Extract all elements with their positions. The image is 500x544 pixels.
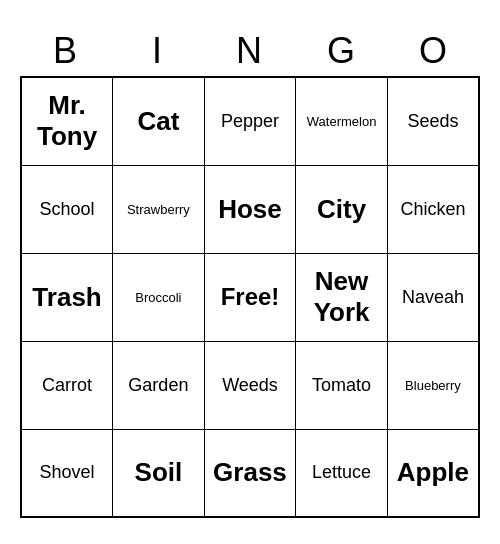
cell-r4-c3: Lettuce: [296, 429, 388, 517]
cell-r4-c4: Apple: [387, 429, 479, 517]
cell-r1-c3: City: [296, 165, 388, 253]
cell-r2-c3: New York: [296, 253, 388, 341]
header-g: G: [296, 26, 388, 76]
cell-r3-c1: Garden: [113, 341, 205, 429]
cell-r0-c0: Mr. Tony: [21, 77, 113, 165]
header-i: I: [112, 26, 204, 76]
cell-r1-c4: Chicken: [387, 165, 479, 253]
cell-r4-c1: Soil: [113, 429, 205, 517]
cell-r0-c3: Watermelon: [296, 77, 388, 165]
header-o: O: [388, 26, 480, 76]
cell-r0-c2: Pepper: [204, 77, 296, 165]
cell-r2-c0: Trash: [21, 253, 113, 341]
cell-r1-c1: Strawberry: [113, 165, 205, 253]
cell-r3-c0: Carrot: [21, 341, 113, 429]
cell-r4-c0: Shovel: [21, 429, 113, 517]
header-n: N: [204, 26, 296, 76]
cell-r3-c3: Tomato: [296, 341, 388, 429]
cell-r4-c2: Grass: [204, 429, 296, 517]
cell-r2-c2: Free!: [204, 253, 296, 341]
cell-r0-c4: Seeds: [387, 77, 479, 165]
cell-r0-c1: Cat: [113, 77, 205, 165]
header-b: B: [20, 26, 112, 76]
bingo-grid: Mr. TonyCatPepperWatermelonSeedsSchoolSt…: [20, 76, 480, 518]
cell-r3-c2: Weeds: [204, 341, 296, 429]
cell-r1-c0: School: [21, 165, 113, 253]
cell-r1-c2: Hose: [204, 165, 296, 253]
bingo-header: B I N G O: [20, 26, 480, 76]
cell-r3-c4: Blueberry: [387, 341, 479, 429]
cell-r2-c1: Broccoli: [113, 253, 205, 341]
cell-r2-c4: Naveah: [387, 253, 479, 341]
